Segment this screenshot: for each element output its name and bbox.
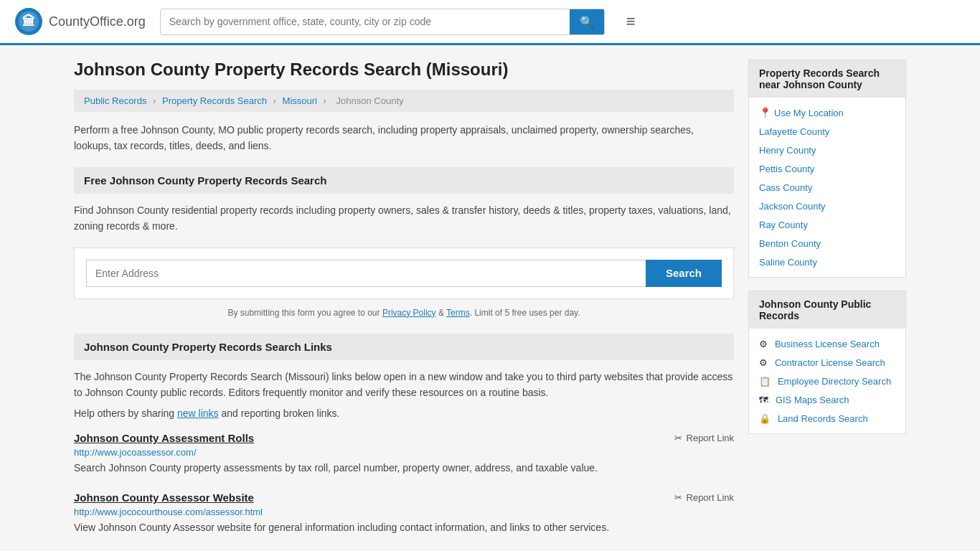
- location-icon: 📍: [759, 107, 771, 118]
- gear-icon: ⚙: [759, 339, 768, 349]
- address-search-form: Search: [74, 248, 734, 299]
- link-card: Johnson County Assessor Website ✂ Report…: [74, 491, 734, 535]
- hamburger-menu[interactable]: ≡: [626, 12, 636, 31]
- link-card-title[interactable]: Johnson County Assessment Rolls: [74, 432, 254, 444]
- list-item[interactable]: ⚙ Contractor License Search: [749, 353, 905, 372]
- contractor-license-link[interactable]: Contractor License Search: [775, 357, 885, 368]
- page-description: Perform a free Johnson County, MO public…: [74, 122, 734, 154]
- list-item[interactable]: 🔒 Land Records Search: [749, 409, 905, 428]
- link-card-desc: View Johnson County Assessor website for…: [74, 520, 734, 535]
- nearby-header: Property Records Search near Johnson Cou…: [749, 60, 905, 98]
- link-card: Johnson County Assessment Rolls ✂ Report…: [74, 432, 734, 476]
- county-link[interactable]: Pettis County: [759, 164, 814, 174]
- public-records-box: Johnson County Public Records ⚙ Business…: [748, 291, 906, 434]
- links-section-share: Help others by sharing new links and rep…: [74, 408, 734, 419]
- report-icon: ✂: [674, 492, 682, 503]
- business-license-link[interactable]: Business License Search: [775, 339, 880, 349]
- site-header: 🏛 CountyOffice.org 🔍 ≡: [0, 0, 980, 45]
- logo-icon: 🏛: [14, 7, 43, 36]
- list-item[interactable]: 📋 Employee Directory Search: [749, 372, 905, 390]
- county-link[interactable]: Ray County: [759, 220, 808, 230]
- free-search-section: Free Johnson County Property Records Sea…: [74, 167, 734, 326]
- list-item[interactable]: 🗺 GIS Maps Search: [749, 390, 905, 409]
- page-title: Johnson County Property Records Search (…: [74, 60, 734, 80]
- link-card-title[interactable]: Johnson County Assessor Website: [74, 491, 254, 504]
- nearby-counties-box: Property Records Search near Johnson Cou…: [748, 60, 906, 278]
- report-link-button[interactable]: ✂ Report Link: [674, 492, 734, 503]
- form-note: By submitting this form you agree to our…: [74, 303, 734, 326]
- county-link[interactable]: Benton County: [759, 238, 821, 249]
- list-item[interactable]: Benton County: [749, 234, 905, 253]
- breadcrumb-missouri[interactable]: Missouri: [283, 95, 317, 106]
- links-section-header: Johnson County Property Records Search L…: [74, 334, 734, 360]
- land-records-link[interactable]: Land Records Search: [778, 413, 868, 424]
- lock-icon: 🔒: [759, 413, 771, 424]
- links-section: Johnson County Property Records Search L…: [74, 334, 734, 536]
- sidebar: Property Records Search near Johnson Cou…: [748, 60, 906, 551]
- terms-link[interactable]: Terms: [446, 308, 470, 318]
- svg-text:🏛: 🏛: [22, 14, 35, 29]
- county-link[interactable]: Saline County: [759, 257, 817, 268]
- link-card-desc: Search Johnson County property assessmen…: [74, 461, 734, 476]
- global-search-button[interactable]: 🔍: [570, 9, 604, 34]
- link-card-url[interactable]: http://www.jocoassessor.com/: [74, 447, 734, 458]
- employee-directory-link[interactable]: Employee Directory Search: [778, 376, 891, 387]
- logo-text: CountyOffice.org: [49, 14, 146, 29]
- list-item[interactable]: Saline County: [749, 253, 905, 271]
- report-link-button[interactable]: ✂ Report Link: [674, 433, 734, 443]
- breadcrumb: Public Records › Property Records Search…: [74, 90, 734, 112]
- page-container: Johnson County Property Records Search (…: [60, 45, 920, 551]
- breadcrumb-public-records[interactable]: Public Records: [84, 95, 146, 106]
- address-search-input[interactable]: [86, 260, 646, 287]
- links-section-desc: The Johnson County Property Records Sear…: [74, 369, 734, 401]
- main-content: Johnson County Property Records Search (…: [74, 60, 734, 551]
- list-item[interactable]: Ray County: [749, 215, 905, 234]
- address-search-button[interactable]: Search: [646, 260, 722, 287]
- link-card-url[interactable]: http://www.jococourthouse.com/assessor.h…: [74, 507, 734, 517]
- new-links-link[interactable]: new links: [177, 408, 219, 419]
- free-search-description: Find Johnson County residential property…: [74, 202, 734, 235]
- privacy-policy-link[interactable]: Privacy Policy: [382, 308, 436, 318]
- use-my-location-item[interactable]: 📍 Use My Location: [749, 103, 905, 122]
- list-item[interactable]: ⚙ Business License Search: [749, 334, 905, 353]
- gear-icon: ⚙: [759, 357, 768, 368]
- list-item[interactable]: Pettis County: [749, 159, 905, 178]
- logo-link[interactable]: 🏛 CountyOffice.org: [14, 7, 146, 36]
- county-link[interactable]: Lafayette County: [759, 126, 829, 137]
- use-my-location-link[interactable]: Use My Location: [774, 108, 844, 118]
- list-item[interactable]: Jackson County: [749, 197, 905, 215]
- employee-icon: 📋: [759, 376, 771, 387]
- logo-name: CountyOffice: [49, 14, 123, 29]
- free-search-header: Free Johnson County Property Records Sea…: [74, 167, 734, 194]
- list-item[interactable]: Henry County: [749, 141, 905, 159]
- public-records-header: Johnson County Public Records: [749, 291, 905, 329]
- list-item[interactable]: Cass County: [749, 178, 905, 197]
- global-search-input[interactable]: [161, 9, 570, 34]
- report-icon: ✂: [674, 433, 682, 443]
- logo-suffix: .org: [123, 14, 146, 29]
- county-link[interactable]: Cass County: [759, 182, 812, 193]
- county-link[interactable]: Jackson County: [759, 201, 826, 212]
- breadcrumb-current: Johnson County: [336, 95, 404, 106]
- breadcrumb-property-records-search[interactable]: Property Records Search: [162, 95, 267, 106]
- list-item[interactable]: Lafayette County: [749, 122, 905, 141]
- global-search-bar: 🔍: [160, 9, 605, 35]
- county-link[interactable]: Henry County: [759, 145, 816, 156]
- map-icon: 🗺: [759, 395, 768, 405]
- gis-maps-link[interactable]: GIS Maps Search: [776, 395, 849, 405]
